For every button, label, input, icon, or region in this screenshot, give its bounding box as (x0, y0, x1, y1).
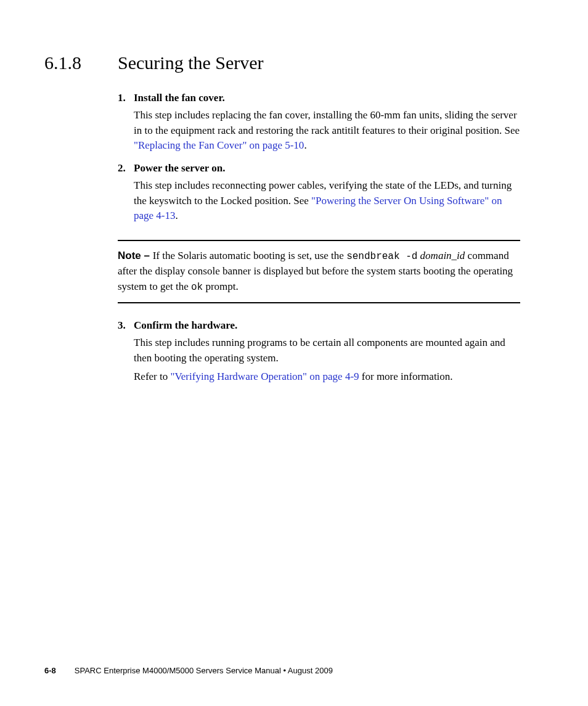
step-list-continued: 3. Confirm the hardware. This step inclu… (118, 319, 520, 385)
step-1-text-b: . (304, 139, 306, 151)
step-2-paragraph: This step includes reconnecting power ca… (134, 178, 520, 224)
note-paragraph: Note – If the Solaris automatic booting … (118, 248, 520, 295)
link-replacing-fan-cover[interactable]: "Replacing the Fan Cover" on page 5-10 (134, 139, 304, 151)
step-2-number: 2. (118, 162, 134, 174)
step-2: 2. Power the server on. This step includ… (118, 162, 520, 224)
section-number: 6.1.8 (44, 52, 118, 73)
link-verifying-hardware[interactable]: "Verifying Hardware Operation" on page 4… (170, 371, 359, 382)
step-2-title: Power the server on. (134, 162, 226, 174)
note-command: sendbreak -d (346, 251, 417, 262)
step-1-title: Install the fan cover. (134, 92, 225, 104)
step-list: 1. Install the fan cover. This step incl… (118, 92, 520, 224)
step-3-body: This step includes running programs to b… (134, 335, 520, 385)
step-2-body: This step includes reconnecting power ca… (134, 178, 520, 224)
step-3-header: 3. Confirm the hardware. (118, 319, 520, 332)
page-footer: 6-8 SPARC Enterprise M4000/M5000 Servers… (44, 666, 520, 675)
step-1-body: This step includes replacing the fan cov… (134, 108, 520, 154)
step-2-header: 2. Power the server on. (118, 162, 520, 174)
note-text-3: prompt. (203, 281, 239, 292)
note-ok: ok (191, 282, 203, 293)
step-3-text-a: Refer to (134, 371, 170, 382)
step-3-title: Confirm the hardware. (134, 319, 237, 332)
step-1: 1. Install the fan cover. This step incl… (118, 92, 520, 154)
step-3: 3. Confirm the hardware. This step inclu… (118, 319, 520, 385)
note-label: Note – (118, 250, 153, 261)
page-number: 6-8 (44, 666, 56, 675)
step-1-number: 1. (118, 92, 134, 104)
note-arg: domain_id (420, 250, 465, 261)
note-box: Note – If the Solaris automatic booting … (118, 240, 520, 303)
step-2-text-b: . (176, 210, 178, 221)
step-3-paragraph-1: This step includes running programs to b… (134, 335, 520, 366)
step-1-paragraph: This step includes replacing the fan cov… (134, 108, 520, 154)
step-3-text-b: for more information. (359, 371, 453, 382)
step-1-text-a: This step includes replacing the fan cov… (134, 109, 520, 136)
step-3-paragraph-2: Refer to "Verifying Hardware Operation" … (134, 369, 520, 385)
footer-title: SPARC Enterprise M4000/M5000 Servers Ser… (75, 666, 333, 675)
step-3-number: 3. (118, 319, 134, 332)
page-content: 6.1.8 Securing the Server 1. Install the… (0, 0, 588, 385)
note-text-1: If the Solaris automatic booting is set,… (153, 250, 346, 261)
section-heading: 6.1.8 Securing the Server (44, 52, 520, 73)
step-1-header: 1. Install the fan cover. (118, 92, 520, 104)
section-title: Securing the Server (118, 52, 264, 73)
